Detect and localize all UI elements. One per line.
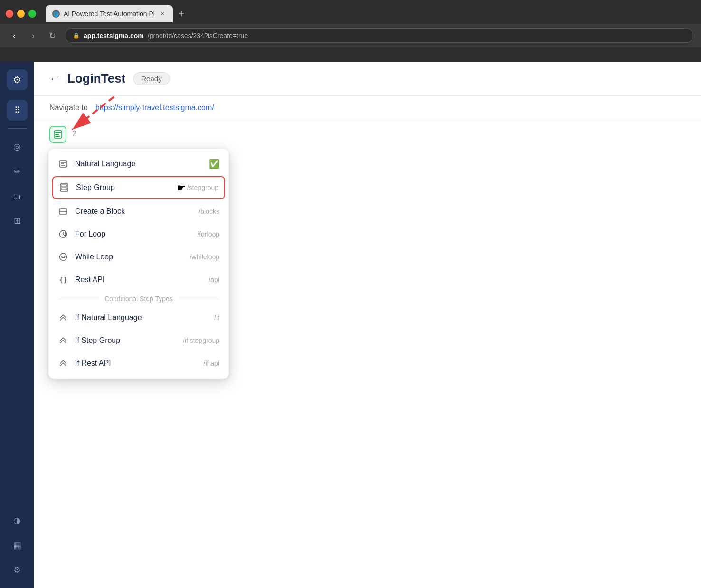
menu-item-create-block[interactable]: Create a Block /blocks xyxy=(48,200,229,223)
refresh-nav-button[interactable]: ↻ xyxy=(46,29,59,42)
menu-item-if-natural-language[interactable]: If Natural Language /if xyxy=(48,306,229,329)
logo-icon: ⚙ xyxy=(13,74,21,85)
svg-rect-2 xyxy=(55,134,59,135)
sidebar-item-grid[interactable]: ⠿ xyxy=(7,100,28,121)
svg-rect-1 xyxy=(55,132,61,133)
lock-icon: 🔒 xyxy=(73,32,80,39)
svg-rect-3 xyxy=(55,136,60,137)
step-group-shortcut: /stepgroup xyxy=(187,184,218,191)
if-rest-api-label: If Rest API xyxy=(75,359,197,368)
tab-title: AI Powered Test Automation Pl xyxy=(64,10,155,18)
step-navigate-url[interactable]: https://simply-travel.testsigma.com/ xyxy=(95,104,214,112)
sidebar-item-folder[interactable]: 🗂 xyxy=(7,186,28,207)
if-sg-icon xyxy=(58,335,68,346)
if-natural-language-shortcut: /if xyxy=(214,314,219,322)
content-area: Navigate to https://simply-travel.testsi… xyxy=(34,96,701,588)
tab-favicon: 🌐 xyxy=(52,10,60,18)
folder-icon: 🗂 xyxy=(13,191,21,201)
for-loop-icon xyxy=(58,229,68,239)
sidebar-divider xyxy=(8,128,27,129)
for-loop-shortcut: /forloop xyxy=(197,230,219,238)
divider-line-right xyxy=(179,299,219,299)
forward-nav-button[interactable]: › xyxy=(27,29,40,42)
step-group-label: Step Group xyxy=(76,183,180,192)
divider-line-left xyxy=(58,299,99,299)
pie-chart-icon: ◑ xyxy=(13,515,21,526)
sidebar: ⚙ ⠿ ◎ ✏ 🗂 ⊞ ◑ ▦ ⚙ xyxy=(0,62,34,588)
create-block-shortcut: /blocks xyxy=(199,208,219,215)
back-nav-button[interactable]: ‹ xyxy=(8,29,21,42)
dashboard-icon: ◎ xyxy=(13,142,21,152)
menu-item-natural-language[interactable]: Natural Language ✅ xyxy=(48,152,229,175)
menu-item-rest-api[interactable]: {} Rest API /api xyxy=(48,268,229,291)
if-api-icon xyxy=(58,358,68,369)
if-nl-icon xyxy=(58,313,68,323)
menu-item-for-loop[interactable]: For Loop /forloop xyxy=(48,223,229,246)
status-badge: Ready xyxy=(133,72,170,85)
step-type-button[interactable] xyxy=(49,126,66,143)
widgets-icon: ⊞ xyxy=(14,216,21,226)
page-header: ← LoginTest Ready xyxy=(34,62,701,96)
sidebar-item-settings[interactable]: ⚙ xyxy=(7,560,28,580)
step-number-row: 2 xyxy=(34,120,701,149)
new-tab-button[interactable]: + xyxy=(175,7,188,20)
natural-language-label: Natural Language xyxy=(75,160,202,168)
create-block-label: Create a Block xyxy=(75,207,192,216)
menu-item-while-loop[interactable]: While Loop /whileloop xyxy=(48,246,229,268)
step-group-icon xyxy=(59,182,69,193)
if-rest-api-shortcut: /if api xyxy=(204,360,219,367)
while-loop-shortcut: /whileloop xyxy=(190,253,219,261)
address-bar[interactable]: 🔒 app.testsigma.com /groot/td/cases/234?… xyxy=(65,28,693,43)
tab-close-button[interactable]: ✕ xyxy=(159,10,166,18)
sidebar-item-dashboard[interactable]: ◎ xyxy=(7,136,28,157)
menu-item-if-step-group[interactable]: If Step Group /if stepgroup xyxy=(48,329,229,352)
conditional-label: Conditional Step Types xyxy=(104,295,173,303)
step-row-1: Navigate to https://simply-travel.testsi… xyxy=(34,96,701,120)
natural-language-icon xyxy=(58,159,68,169)
rest-api-shortcut: /api xyxy=(208,276,219,284)
traffic-light-yellow[interactable] xyxy=(17,10,25,18)
rest-api-icon: {} xyxy=(58,275,68,285)
url-domain: app.testsigma.com xyxy=(84,32,144,39)
grid-icon: ⠿ xyxy=(14,105,20,115)
traffic-light-red[interactable] xyxy=(6,10,13,18)
page-title: LoginTest xyxy=(67,71,125,86)
menu-item-if-rest-api[interactable]: If Rest API /if api xyxy=(48,352,229,375)
svg-rect-12 xyxy=(61,188,67,190)
step-number: 2 xyxy=(72,126,76,138)
settings-icon: ⚙ xyxy=(13,565,21,575)
back-button[interactable]: ← xyxy=(49,73,60,85)
svg-point-16 xyxy=(60,254,67,261)
rest-api-label: Rest API xyxy=(75,275,202,284)
browser-tab-active[interactable]: 🌐 AI Powered Test Automation Pl ✕ xyxy=(46,5,173,22)
menu-item-step-group[interactable]: Step Group /stepgroup xyxy=(52,176,225,199)
traffic-light-green[interactable] xyxy=(28,10,36,18)
bar-chart-icon: ▦ xyxy=(13,540,21,550)
step-type-dropdown: Natural Language ✅ Step Group xyxy=(48,149,229,379)
check-icon: ✅ xyxy=(209,159,219,169)
if-natural-language-label: If Natural Language xyxy=(75,313,208,322)
sidebar-item-reports[interactable]: ◑ xyxy=(7,510,28,531)
sidebar-item-widgets[interactable]: ⊞ xyxy=(7,210,28,231)
conditional-divider: Conditional Step Types xyxy=(48,291,229,306)
edit-icon: ✏ xyxy=(14,166,21,177)
main-content: ← LoginTest Ready Navigate to https://si… xyxy=(34,62,701,588)
svg-rect-11 xyxy=(61,185,67,187)
step-navigate-text: Navigate to xyxy=(49,104,88,112)
while-loop-icon xyxy=(58,252,68,262)
block-icon xyxy=(58,206,68,217)
url-path: /groot/td/cases/234?isCreate=true xyxy=(148,32,248,39)
sidebar-item-charts[interactable]: ▦ xyxy=(7,535,28,556)
while-loop-label: While Loop xyxy=(75,253,183,261)
for-loop-label: For Loop xyxy=(75,230,190,238)
app-logo[interactable]: ⚙ xyxy=(7,69,28,90)
if-step-group-shortcut: /if stepgroup xyxy=(183,337,219,344)
sidebar-item-edit[interactable]: ✏ xyxy=(7,161,28,182)
if-step-group-label: If Step Group xyxy=(75,336,176,345)
